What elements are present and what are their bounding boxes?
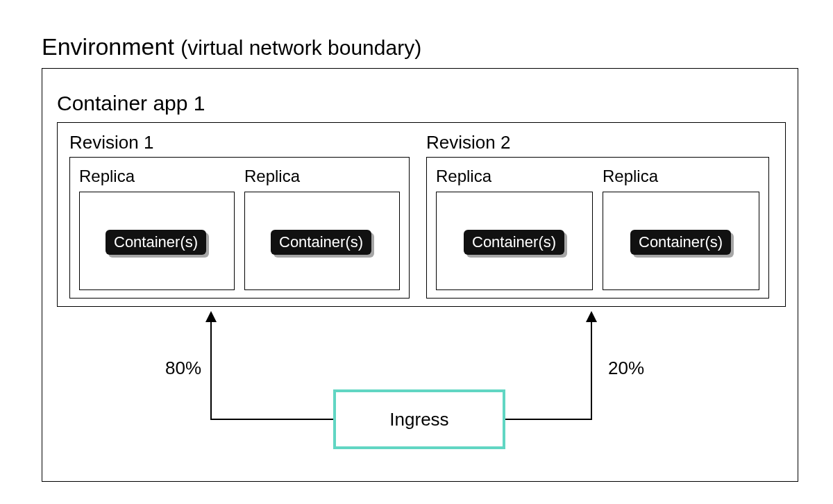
environment-title-sub: (virtual network boundary) — [180, 36, 421, 59]
ingress-box: Ingress — [333, 389, 505, 449]
environment-title-main: Environment — [42, 33, 174, 60]
environment-title: Environment (virtual network boundary) — [42, 33, 421, 60]
revision-1-traffic-pct: 80% — [165, 358, 201, 379]
revision-2-replica-2-container-pill: Container(s) — [630, 230, 731, 255]
revision-1-replica-2-container-pill: Container(s) — [271, 230, 371, 255]
revision-2-replica-1-container-pill: Container(s) — [464, 230, 564, 255]
container-app-title: Container app 1 — [57, 92, 205, 115]
revision-2-replica-1-title: Replica — [436, 167, 491, 186]
diagram-canvas: Environment (virtual network boundary) C… — [0, 0, 833, 504]
revision-1-title: Revision 1 — [69, 132, 153, 153]
revision-2-replica-2-title: Replica — [603, 167, 658, 186]
revision-2-title: Revision 2 — [426, 132, 510, 153]
revision-2-traffic-pct: 20% — [608, 358, 644, 379]
ingress-label: Ingress — [389, 409, 448, 430]
revision-1-replica-1-title: Replica — [79, 167, 135, 186]
revision-1-replica-2-title: Replica — [244, 167, 300, 186]
revision-1-replica-1-container-pill: Container(s) — [106, 230, 206, 255]
